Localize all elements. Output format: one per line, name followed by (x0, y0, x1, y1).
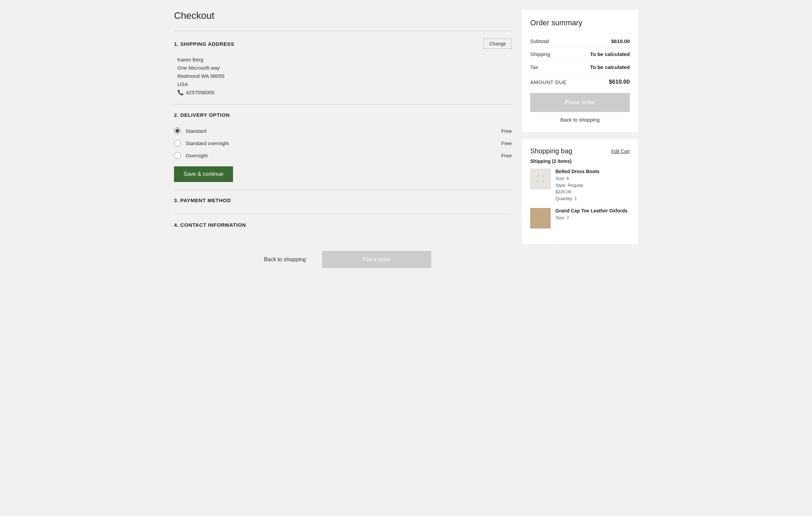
delivery-radio-overnight[interactable] (174, 152, 181, 159)
shipping-address-section: 1. SHIPPING ADDRESS Change Karen Berg On… (174, 31, 512, 104)
address-street: One Microsoft way (177, 64, 512, 72)
image-placeholder-icon: ⛶ (537, 175, 544, 183)
delivery-option-overnight: Overnight Free (174, 149, 512, 162)
summary-row-subtotal: Subtotal $610.00 (530, 35, 630, 48)
bag-item-2-details: Grand Cap Toe Leather Oxfords Size: 7 (555, 208, 630, 228)
subtotal-value: $610.00 (611, 38, 630, 44)
bag-item-1: ⛶ Belted Dress Boots Size: 6 Style: Regu… (530, 169, 630, 202)
amount-due-row: AMOUNT DUE $610.00 (530, 74, 630, 85)
phone-icon: 📞 (177, 88, 184, 97)
bag-item-1-name: Belted Dress Boots (555, 169, 630, 174)
shopping-bag-card: Shopping bag Edit Cart Shipping (2 items… (522, 139, 638, 244)
amount-due-label: AMOUNT DUE (530, 79, 567, 85)
address-phone-row: 📞 4257058000 (177, 88, 512, 97)
tax-label: Tax (530, 64, 538, 70)
place-order-button[interactable]: Place order (530, 93, 630, 112)
delivery-radio-standard-overnight[interactable] (174, 140, 181, 147)
bag-item-2-size: Size: 7 (555, 214, 630, 221)
save-continue-button[interactable]: Save & continue (174, 166, 233, 182)
bag-item-1-details: Belted Dress Boots Size: 6 Style: Regula… (555, 169, 630, 202)
contact-section-title: 4. CONTACT INFORMATION (174, 222, 246, 228)
bag-item-1-style: Style: Regular (555, 182, 630, 189)
page-title: Checkout (174, 10, 512, 21)
payment-method-section: 3. PAYMENT METHOD (174, 190, 512, 214)
delivery-price-standard: Free (501, 128, 512, 134)
delivery-price-overnight: Free (501, 153, 512, 158)
subtotal-label: Subtotal (530, 38, 549, 44)
edit-cart-button[interactable]: Edit Cart (611, 149, 630, 154)
shopping-bag-header: Shopping bag Edit Cart (530, 147, 630, 155)
delivery-options-list: Standard Free Standard overnight Free Ov… (174, 121, 512, 162)
address-country: USA (177, 80, 512, 88)
delivery-section-title: 2. DELIVERY OPTION (174, 112, 230, 118)
bag-item-1-price: $220.00 (555, 189, 630, 195)
delivery-label-overnight[interactable]: Overnight (186, 153, 496, 158)
tax-value: To be calculated (590, 64, 630, 70)
bag-item-2: Grand Cap Toe Leather Oxfords Size: 7 (530, 208, 630, 228)
shipping-label: Shipping (530, 51, 550, 57)
delivery-label-standard[interactable]: Standard (186, 128, 496, 134)
bag-item-1-quantity: Quantity: 1 (555, 195, 630, 202)
order-summary-card: Order summary Subtotal $610.00 Shipping … (522, 10, 638, 132)
summary-row-shipping: Shipping To be calculated (530, 48, 630, 61)
change-address-button[interactable]: Change (483, 39, 512, 49)
place-order-bottom-button[interactable]: Place order (322, 251, 431, 268)
bag-item-1-image: ⛶ (530, 169, 551, 189)
bag-item-2-name: Grand Cap Toe Leather Oxfords (555, 208, 630, 213)
delivery-option-standard: Standard Free (174, 125, 512, 137)
delivery-label-standard-overnight[interactable]: Standard overnight (186, 140, 496, 146)
payment-section-title: 3. PAYMENT METHOD (174, 197, 231, 203)
delivery-price-standard-overnight: Free (501, 140, 512, 146)
bottom-actions: Back to shopping Place order (174, 251, 512, 268)
shopping-bag-title: Shopping bag (530, 147, 572, 155)
summary-row-tax: Tax To be calculated (530, 61, 630, 74)
shipping-value: To be calculated (590, 51, 630, 57)
address-block: Karen Berg One Microsoft way Redmond WA … (174, 52, 512, 97)
back-to-shopping-button[interactable]: Back to shopping (530, 117, 630, 123)
back-to-shopping-bottom-button[interactable]: Back to shopping (255, 251, 316, 268)
shipping-items-label: Shipping (2 items) (530, 158, 630, 164)
address-name: Karen Berg (177, 56, 512, 64)
address-city: Redmond WA 98055 (177, 72, 512, 80)
delivery-option-section: 2. DELIVERY OPTION Standard Free Standar… (174, 104, 512, 190)
delivery-radio-standard[interactable] (174, 127, 181, 134)
sidebar: Order summary Subtotal $610.00 Shipping … (522, 10, 638, 244)
order-summary-title: Order summary (530, 18, 630, 27)
bag-item-2-image (530, 208, 551, 228)
address-phone: 4257058000 (186, 88, 214, 97)
contact-info-section: 4. CONTACT INFORMATION (174, 214, 512, 239)
bag-item-1-size: Size: 6 (555, 175, 630, 182)
delivery-option-standard-overnight: Standard overnight Free (174, 137, 512, 149)
amount-due-value: $610.00 (609, 79, 630, 85)
shipping-section-title: 1. SHIPPING ADDRESS (174, 41, 234, 47)
